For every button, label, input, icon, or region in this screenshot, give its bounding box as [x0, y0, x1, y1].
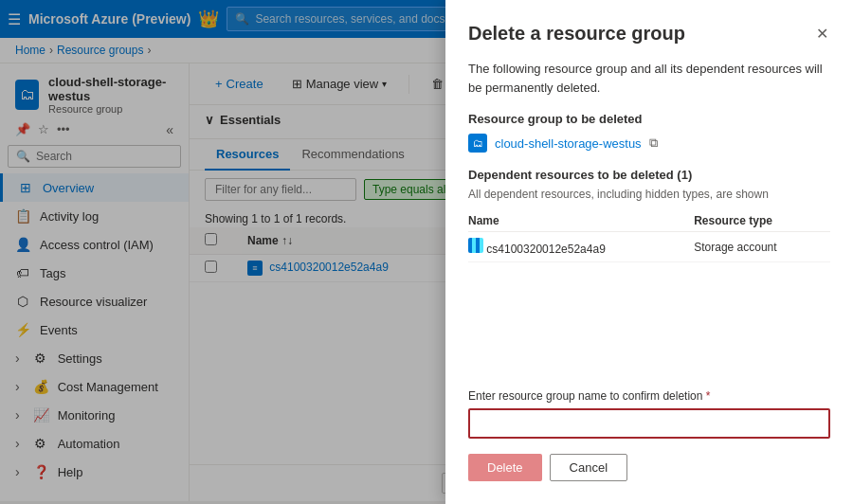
dialog-cancel-button[interactable]: Cancel — [550, 454, 627, 481]
copy-icon[interactable]: ⧉ — [649, 135, 658, 151]
confirm-required: * — [706, 389, 711, 403]
dialog-description: The following resource group and all its… — [468, 60, 830, 97]
dialog-header: Delete a resource group ✕ — [468, 23, 830, 45]
confirm-input[interactable] — [468, 408, 830, 439]
dep-table-row: cs4100320012e52a4a9 Storage account — [468, 232, 830, 262]
dialog-rg-name-text: cloud-shell-storage-westus — [495, 136, 642, 151]
dep-desc: All dependent resources, including hidde… — [468, 188, 830, 201]
storage-stripe-icon — [468, 238, 483, 253]
confirm-label: Enter resource group name to confirm del… — [468, 389, 830, 403]
dep-row-type: Storage account — [694, 232, 830, 262]
dialog-overlay: Delete a resource group ✕ The following … — [0, 0, 853, 501]
confirm-section: Enter resource group name to confirm del… — [468, 374, 830, 481]
dialog-close-button[interactable]: ✕ — [814, 23, 830, 45]
dialog-panel: Delete a resource group ✕ The following … — [445, 0, 853, 501]
dialog-footer: Delete Cancel — [468, 454, 830, 481]
dialog-rg-name: 🗂 cloud-shell-storage-westus ⧉ — [468, 134, 830, 153]
dep-section-title: Dependent resources to be deleted (1) — [468, 168, 830, 182]
dep-resource-icon — [468, 238, 483, 253]
dep-col-name-header: Name — [468, 210, 694, 232]
dialog-delete-button[interactable]: Delete — [468, 454, 542, 481]
dep-col-type-header: Resource type — [694, 210, 830, 232]
dep-row-name: cs4100320012e52a4a9 — [468, 232, 694, 262]
dialog-title: Delete a resource group — [468, 23, 685, 45]
dialog-rg-icon: 🗂 — [468, 134, 487, 153]
rg-section-title: Resource group to be deleted — [468, 112, 830, 126]
dep-row-name-text: cs4100320012e52a4a9 — [486, 243, 605, 256]
dep-table: Name Resource type cs4100320012e52a4a9 S… — [468, 210, 830, 262]
